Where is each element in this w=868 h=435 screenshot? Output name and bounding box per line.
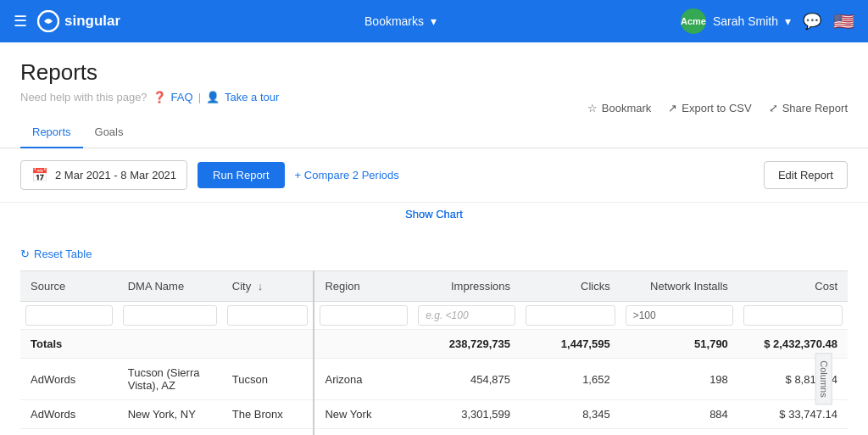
cell-region: New York bbox=[314, 400, 413, 429]
col-city-label: City bbox=[232, 280, 251, 293]
data-table: Source DMA Name City ↓ Region Impression… bbox=[20, 270, 848, 435]
filter-installs-input[interactable] bbox=[626, 305, 733, 326]
bookmarks-chevron: ▾ bbox=[431, 14, 437, 28]
col-city[interactable]: City ↓ bbox=[222, 271, 314, 302]
cell-impressions: 3,301,599 bbox=[413, 400, 520, 429]
cell-clicks: 5,023 bbox=[520, 429, 620, 436]
table-header-row: Source DMA Name City ↓ Region Impression… bbox=[20, 271, 848, 302]
col-region[interactable]: Region bbox=[314, 271, 413, 302]
share-report-button[interactable]: ⤢ Share Report bbox=[769, 102, 848, 114]
totals-label: Totals bbox=[20, 330, 118, 359]
run-report-button[interactable]: Run Report bbox=[198, 162, 284, 188]
filter-city-input[interactable] bbox=[227, 305, 309, 326]
col-network-installs[interactable]: Network Installs bbox=[620, 271, 738, 302]
tour-link[interactable]: Take a tour bbox=[225, 91, 279, 103]
filter-installs bbox=[620, 302, 738, 330]
calendar-icon: 📅 bbox=[31, 167, 48, 183]
totals-row: Totals 238,729,735 1,447,595 51,790 $ 2,… bbox=[20, 330, 848, 359]
reset-label: Reset Table bbox=[34, 248, 92, 260]
tour-icon: 👤 bbox=[206, 91, 220, 103]
filter-city bbox=[222, 302, 314, 330]
subtitle-text: Need help with this page? bbox=[20, 91, 147, 103]
messages-icon[interactable]: 💬 bbox=[803, 12, 821, 31]
tabs: Reports Goals bbox=[0, 117, 868, 148]
filter-dma bbox=[118, 302, 222, 330]
share-label: Share Report bbox=[782, 102, 848, 114]
filter-cost bbox=[738, 302, 848, 330]
export-label: Export to CSV bbox=[682, 102, 751, 114]
cell-dma: San Diego, CA bbox=[118, 429, 222, 436]
col-clicks[interactable]: Clicks bbox=[520, 271, 620, 302]
user-name: Sarah Smith bbox=[713, 14, 778, 28]
bookmark-button[interactable]: ☆ Bookmark bbox=[587, 102, 652, 114]
cell-cost: $ 20,695.32 bbox=[738, 429, 848, 436]
filter-clicks bbox=[520, 302, 620, 330]
user-menu[interactable]: Acme Sarah Smith ▾ bbox=[681, 8, 791, 34]
logo-icon bbox=[37, 10, 59, 32]
table-wrapper: Source DMA Name City ↓ Region Impression… bbox=[20, 270, 848, 435]
controls-row: 📅 2 Mar 2021 - 8 Mar 2021 Run Report + C… bbox=[0, 148, 868, 203]
help-icon: ❓ bbox=[153, 91, 166, 103]
cell-city: San Diego bbox=[222, 429, 314, 436]
header-actions: ☆ Bookmark ↗ Export to CSV ⤢ Share Repor… bbox=[587, 102, 848, 114]
col-impressions[interactable]: Impressions bbox=[413, 271, 520, 302]
user-chevron: ▾ bbox=[785, 14, 791, 28]
cell-region: Arizona bbox=[314, 359, 413, 400]
totals-installs: 51,790 bbox=[620, 330, 738, 359]
bookmark-label: Bookmark bbox=[602, 102, 652, 114]
filter-region-input[interactable] bbox=[320, 305, 408, 326]
totals-dma bbox=[118, 330, 222, 359]
filter-dma-input[interactable] bbox=[123, 305, 217, 326]
table-row: AdWords New York, NY The Bronx New York … bbox=[20, 400, 848, 429]
tab-reports[interactable]: Reports bbox=[20, 117, 83, 148]
filter-cost-input[interactable] bbox=[743, 305, 843, 326]
reset-table-button[interactable]: ↻ Reset Table bbox=[20, 248, 848, 260]
language-flag[interactable]: 🇺🇸 bbox=[833, 11, 854, 31]
logo: singular bbox=[37, 10, 120, 32]
bookmarks-label: Bookmarks bbox=[364, 14, 424, 28]
totals-region bbox=[314, 330, 413, 359]
table-area: ↻ Reset Table Source DMA Name City ↓ Reg… bbox=[0, 222, 868, 435]
cell-source: AdWords bbox=[20, 429, 118, 436]
date-range: 2 Mar 2021 - 8 Mar 2021 bbox=[55, 169, 176, 181]
tab-goals[interactable]: Goals bbox=[83, 117, 136, 148]
cell-source: AdWords bbox=[20, 359, 118, 400]
filter-region bbox=[314, 302, 413, 330]
divider: | bbox=[198, 91, 201, 103]
col-cost[interactable]: Cost bbox=[738, 271, 848, 302]
cell-source: AdWords bbox=[20, 400, 118, 429]
avatar: Acme bbox=[681, 8, 706, 34]
top-navigation: ☰ singular Bookmarks ▾ Acme Sarah Smith … bbox=[0, 0, 868, 42]
totals-city bbox=[222, 330, 314, 359]
sort-icon: ↓ bbox=[258, 280, 264, 293]
page-title: Reports bbox=[20, 59, 848, 86]
col-source[interactable]: Source bbox=[20, 271, 118, 302]
table-row: AdWords Tucson (Sierra Vista), AZ Tucson… bbox=[20, 359, 848, 400]
share-icon: ⤢ bbox=[769, 102, 778, 114]
date-selector[interactable]: 📅 2 Mar 2021 - 8 Mar 2021 bbox=[20, 160, 187, 190]
cell-installs: 526 bbox=[620, 429, 738, 436]
bookmarks-menu[interactable]: Bookmarks ▾ bbox=[364, 14, 437, 28]
cell-installs: 884 bbox=[620, 400, 738, 429]
compare-periods-link[interactable]: + Compare 2 Periods bbox=[295, 169, 399, 181]
filter-row bbox=[20, 302, 848, 330]
filter-source bbox=[20, 302, 118, 330]
menu-icon[interactable]: ☰ bbox=[14, 12, 27, 31]
filter-source-input[interactable] bbox=[25, 305, 113, 326]
filter-impressions bbox=[413, 302, 520, 330]
faq-link[interactable]: FAQ bbox=[171, 91, 193, 103]
app-name: singular bbox=[64, 13, 120, 30]
filter-clicks-input[interactable] bbox=[526, 305, 615, 326]
cell-city: The Bronx bbox=[222, 400, 314, 429]
filter-impressions-input[interactable] bbox=[418, 305, 515, 326]
export-csv-button[interactable]: ↗ Export to CSV bbox=[668, 102, 751, 114]
cell-dma: New York, NY bbox=[118, 400, 222, 429]
cell-installs: 198 bbox=[620, 359, 738, 400]
bookmark-icon: ☆ bbox=[587, 102, 598, 114]
reset-icon: ↻ bbox=[20, 248, 30, 260]
edit-report-button[interactable]: Edit Report bbox=[764, 161, 848, 189]
show-chart-link[interactable]: Show Chart bbox=[405, 208, 463, 220]
col-dma-name[interactable]: DMA Name bbox=[118, 271, 222, 302]
columns-label[interactable]: Columns bbox=[815, 353, 832, 404]
cell-impressions: 1,548,593 bbox=[413, 429, 520, 436]
